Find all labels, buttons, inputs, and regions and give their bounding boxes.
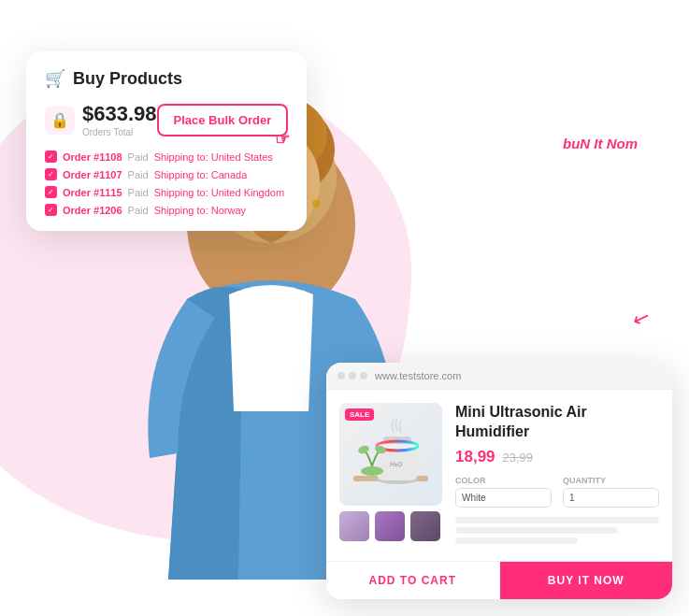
thumbnail-3 [410,511,440,541]
svg-text:H₂O: H₂O [390,461,403,467]
pink-label: buN It Nom [563,136,638,151]
browser-dot-red [337,372,345,380]
cart-icon: 🛒 [45,68,65,89]
order-checkbox: ✓ [45,150,57,163]
options-row: COLOR White QUANTITY 1 [455,476,659,508]
browser-dots [337,372,367,380]
order-total-row: 🔒 $633.98 Orders Total Place Bulk Order [45,102,288,137]
store-content: SALE [326,390,672,561]
store-buttons: ADD TO CART BUY IT NOW [326,561,672,599]
thumbnail-2 [375,511,405,541]
curved-arrow-icon: ↙ [629,305,653,334]
buy-products-card: 🛒 Buy Products 🔒 $633.98 Orders Total Pl… [26,51,307,231]
svg-point-9 [312,200,320,208]
color-option-group: COLOR White [455,476,552,508]
browser-url: www.teststore.com [375,370,661,381]
order-checkbox: ✓ [45,186,57,198]
quantity-option-group: QUANTITY 1 [563,476,659,508]
browser-dot-green [360,372,367,380]
humidifier-svg: H₂O [349,412,433,496]
thumbnail-row [339,511,442,541]
description-lines [455,517,659,544]
price-row: 18,99 23,99 [455,448,659,466]
color-label: COLOR [455,476,552,485]
order-checkbox: ✓ [45,204,57,216]
order-item: ✓ Order #1115 Paid Shipping to: United K… [45,186,288,198]
lock-icon: 🔒 [45,106,75,135]
svg-point-19 [357,445,370,456]
desc-line-1 [455,517,659,523]
total-amount: $633.98 [82,102,157,126]
color-select[interactable]: White [455,488,552,508]
buy-now-button[interactable]: BUY IT NOW [500,562,673,599]
order-list: ✓ Order #1108 Paid Shipping to: United S… [45,150,288,216]
total-label: Orders Total [82,127,157,137]
quantity-label: QUANTITY [563,476,659,485]
order-checkbox: ✓ [45,168,57,180]
place-bulk-order-button[interactable]: Place Bulk Order [157,104,289,136]
svg-point-18 [361,466,383,476]
order-item: ✓ Order #1108 Paid Shipping to: United S… [45,150,288,163]
product-info: Mini Ultrasonic Air Humidifier 18,99 23,… [455,403,659,548]
order-total-left: 🔒 $633.98 Orders Total [45,102,157,137]
browser-dot-yellow [349,372,356,380]
thumbnail-1 [339,511,369,541]
sale-badge: SALE [345,408,374,421]
desc-line-3 [455,537,578,544]
total-info: $633.98 Orders Total [82,102,157,137]
store-card: www.teststore.com SALE [326,363,672,599]
main-product-image: SALE [339,403,442,506]
quantity-select[interactable]: 1 [563,488,659,508]
order-item: ✓ Order #1107 Paid Shipping to: Canada [45,168,288,180]
product-images: SALE [339,403,442,548]
buy-products-title: 🛒 Buy Products [45,68,288,89]
add-to-cart-button[interactable]: ADD TO CART [326,562,500,599]
price-original: 23,99 [503,451,534,465]
product-name: Mini Ultrasonic Air Humidifier [455,403,659,442]
desc-line-2 [455,527,618,534]
price-current: 18,99 [455,448,495,466]
order-item: ✓ Order #1206 Paid Shipping to: Norway [45,204,288,216]
browser-bar: www.teststore.com [326,363,672,390]
